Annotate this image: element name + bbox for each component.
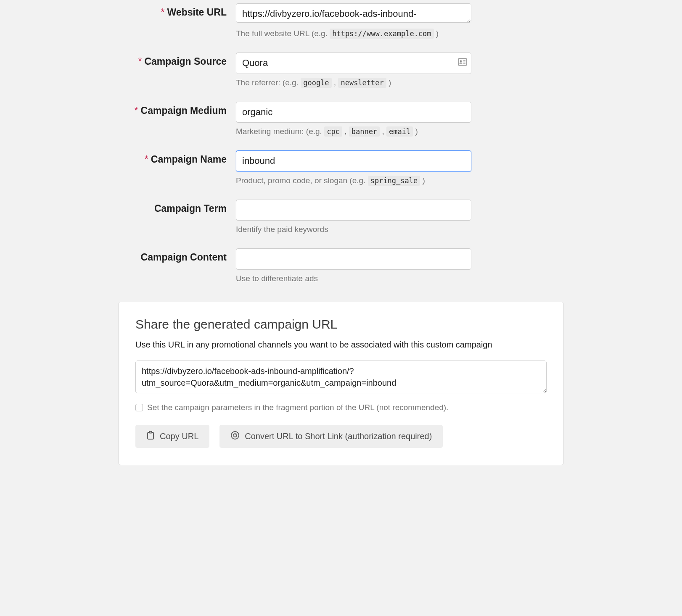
helper-text: ) bbox=[434, 29, 439, 38]
input-col: Identify the paid keywords bbox=[236, 200, 564, 234]
svg-point-1 bbox=[460, 61, 462, 62]
helper-text: The full website URL (e.g. bbox=[236, 29, 330, 38]
input-col: Marketing medium: (e.g. cpc , banner , e… bbox=[236, 102, 564, 137]
helper-text: Marketing medium: (e.g. bbox=[236, 127, 324, 136]
fragment-checkbox-label: Set the campaign parameters in the fragm… bbox=[147, 403, 448, 412]
input-col: The referrer: (e.g. google , newsletter … bbox=[236, 53, 564, 87]
campaign-medium-input[interactable] bbox=[236, 102, 471, 123]
helper-text: Product, promo code, or slogan (e.g. bbox=[236, 176, 368, 185]
clipboard-icon bbox=[146, 431, 155, 442]
shorten-url-button[interactable]: Convert URL to Short Link (authorization… bbox=[219, 425, 443, 448]
label-text: Campaign Name bbox=[151, 154, 227, 165]
campaign-url-builder-form: *Website URL The full website URL (e.g. … bbox=[110, 3, 572, 465]
field-row-campaign-content: Campaign Content Use to differentiate ad… bbox=[118, 248, 564, 283]
copy-url-button[interactable]: Copy URL bbox=[135, 425, 209, 448]
required-asterisk: * bbox=[138, 56, 142, 67]
campaign-name-input[interactable] bbox=[236, 150, 471, 172]
field-row-campaign-source: *Campaign Source The referrer: (e. bbox=[118, 53, 564, 87]
input-col: The full website URL (e.g. https://www.e… bbox=[236, 3, 564, 38]
share-subtitle: Use this URL in any promotional channels… bbox=[135, 340, 547, 350]
helper-website-url: The full website URL (e.g. https://www.e… bbox=[236, 29, 564, 38]
helper-code: email bbox=[386, 126, 413, 137]
required-asterisk: * bbox=[161, 7, 165, 18]
helper-code: newsletter bbox=[338, 78, 386, 88]
required-asterisk: * bbox=[135, 105, 138, 116]
field-row-campaign-medium: *Campaign Medium Marketing medium: (e.g.… bbox=[118, 102, 564, 137]
helper-code: spring_sale bbox=[368, 176, 420, 186]
label-text: Campaign Medium bbox=[141, 105, 227, 116]
campaign-content-input[interactable] bbox=[236, 248, 471, 270]
helper-text: ) bbox=[386, 78, 391, 87]
helper-code: https://www.example.com bbox=[330, 29, 434, 39]
helper-text: ) bbox=[413, 127, 418, 136]
label-text: Campaign Source bbox=[144, 56, 227, 67]
helper-campaign-source: The referrer: (e.g. google , newsletter … bbox=[236, 78, 564, 87]
share-buttons-row: Copy URL Convert URL to Short Link (auth… bbox=[135, 425, 547, 448]
label-campaign-content: Campaign Content bbox=[118, 248, 236, 263]
helper-campaign-term: Identify the paid keywords bbox=[236, 225, 564, 234]
svg-point-7 bbox=[231, 432, 239, 439]
contact-card-icon bbox=[458, 58, 467, 68]
campaign-source-input[interactable] bbox=[236, 53, 471, 74]
input-col: Product, promo code, or slogan (e.g. spr… bbox=[236, 150, 564, 185]
helper-text: , bbox=[332, 78, 338, 87]
field-row-website-url: *Website URL The full website URL (e.g. … bbox=[118, 3, 564, 38]
refresh-circle-icon bbox=[230, 431, 240, 442]
helper-campaign-medium: Marketing medium: (e.g. cpc , banner , e… bbox=[236, 127, 564, 136]
helper-code: banner bbox=[349, 126, 380, 137]
share-campaign-url-card: Share the generated campaign URL Use thi… bbox=[118, 302, 564, 465]
helper-code: google bbox=[301, 78, 331, 88]
button-label: Copy URL bbox=[160, 432, 198, 441]
helper-code: cpc bbox=[324, 126, 342, 137]
helper-text: , bbox=[342, 127, 349, 136]
field-row-campaign-name: *Campaign Name Product, promo code, or s… bbox=[118, 150, 564, 185]
label-campaign-name: *Campaign Name bbox=[118, 150, 236, 165]
label-campaign-source: *Campaign Source bbox=[118, 53, 236, 67]
fragment-checkbox[interactable] bbox=[135, 404, 143, 411]
label-campaign-term: Campaign Term bbox=[118, 200, 236, 214]
campaign-term-input[interactable] bbox=[236, 200, 471, 221]
field-row-campaign-term: Campaign Term Identify the paid keywords bbox=[118, 200, 564, 234]
share-title: Share the generated campaign URL bbox=[135, 317, 547, 332]
helper-campaign-content: Use to differentiate ads bbox=[236, 274, 564, 283]
svg-rect-6 bbox=[149, 431, 152, 433]
button-label: Convert URL to Short Link (authorization… bbox=[245, 432, 432, 441]
helper-campaign-name: Product, promo code, or slogan (e.g. spr… bbox=[236, 176, 564, 185]
helper-text: ) bbox=[420, 176, 425, 185]
generated-url-output[interactable] bbox=[135, 361, 547, 393]
helper-text: The referrer: (e.g. bbox=[236, 78, 301, 87]
label-text: Campaign Term bbox=[154, 203, 227, 214]
required-asterisk: * bbox=[145, 154, 148, 165]
input-col: Use to differentiate ads bbox=[236, 248, 564, 283]
label-campaign-medium: *Campaign Medium bbox=[118, 102, 236, 116]
helper-text: , bbox=[380, 127, 386, 136]
label-text: Campaign Content bbox=[141, 252, 227, 263]
svg-rect-5 bbox=[148, 432, 153, 439]
fragment-checkbox-row[interactable]: Set the campaign parameters in the fragm… bbox=[135, 403, 547, 412]
label-website-url: *Website URL bbox=[118, 3, 236, 18]
label-text: Website URL bbox=[167, 7, 227, 18]
website-url-input[interactable] bbox=[236, 3, 471, 23]
